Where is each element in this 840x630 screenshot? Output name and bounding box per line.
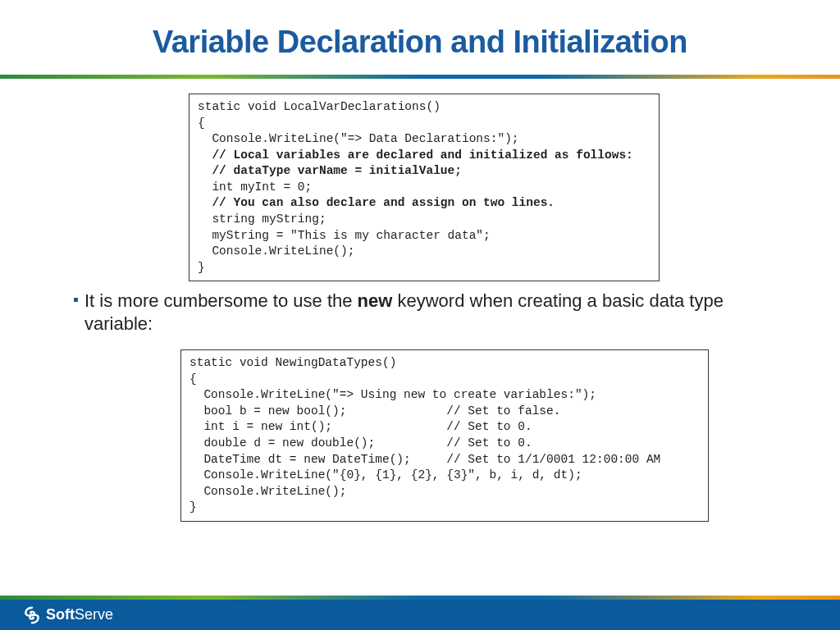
- code-line: static void NewingDataTypes(): [189, 355, 700, 372]
- code-line: DateTime dt = new DateTime(); // Set to …: [189, 452, 700, 468]
- code-line: int myInt = 0;: [198, 180, 651, 196]
- code-line: Console.WriteLine("=> Using new to creat…: [189, 387, 700, 404]
- code-line: double d = new double(); // Set to 0.: [189, 436, 700, 452]
- code-line: }: [189, 500, 700, 516]
- code-line: Console.WriteLine();: [198, 244, 651, 260]
- code-line: Console.WriteLine();: [189, 484, 700, 500]
- code-line: // You can also declare and assign on tw…: [198, 195, 651, 212]
- code-line: {: [189, 372, 700, 388]
- brand-bold: Soft: [46, 606, 75, 623]
- bullet-marker-icon: [74, 298, 78, 302]
- code-line: {: [198, 116, 651, 132]
- code-line: Console.WriteLine("=> Data Declarations:…: [198, 131, 651, 148]
- code-line: }: [198, 260, 651, 276]
- code-line: string myString;: [198, 212, 651, 228]
- code-block-newing: static void NewingDataTypes() { Console.…: [180, 349, 709, 522]
- footer-bar: SoftServe: [0, 600, 840, 630]
- code-line: int i = new int(); // Set to 0.: [189, 419, 700, 436]
- code-line: // dataType varName = initialValue;: [198, 163, 651, 180]
- bullet-item: It is more cumbersome to use the new key…: [74, 288, 783, 340]
- softserve-logo-icon: [23, 606, 41, 624]
- slide-title: Variable Declaration and Initialization: [0, 0, 840, 75]
- brand-light: Serve: [75, 606, 113, 623]
- code-line: static void LocalVarDeclarations(): [198, 99, 651, 116]
- bullet-bold: new: [358, 290, 393, 311]
- brand-name: SoftServe: [46, 606, 113, 623]
- code-line: myString = "This is my character data";: [198, 228, 651, 244]
- code-line: // Local variables are declared and init…: [198, 148, 651, 164]
- code-line: bool b = new bool(); // Set to false.: [189, 404, 700, 420]
- code-line: Console.WriteLine("{0}, {1}, {2}, {3}", …: [189, 468, 700, 484]
- bullet-text: It is more cumbersome to use the new key…: [84, 290, 783, 335]
- code-block-declarations: static void LocalVarDeclarations() { Con…: [189, 94, 660, 281]
- brand-logo: SoftServe: [23, 606, 113, 624]
- bullet-pre: It is more cumbersome to use the: [84, 290, 358, 311]
- footer: SoftServe: [0, 596, 840, 630]
- content-area: static void LocalVarDeclarations() { Con…: [0, 79, 840, 522]
